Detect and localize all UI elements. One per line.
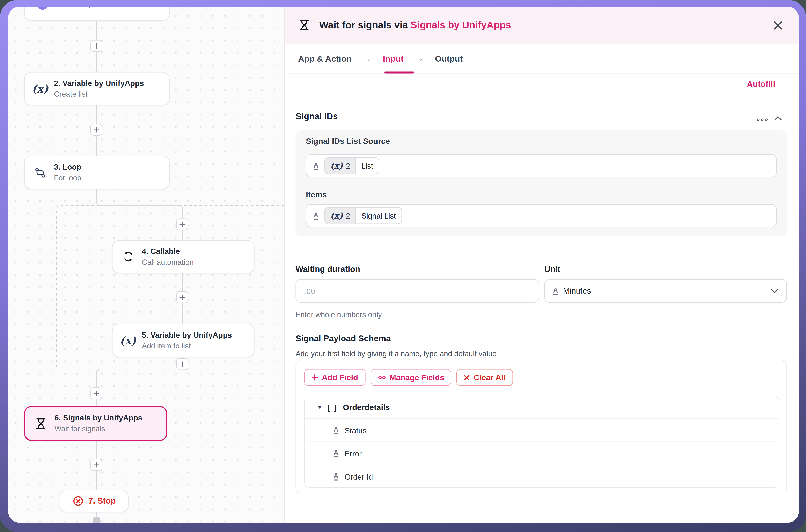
unit-value: Minutes bbox=[563, 286, 591, 296]
tree-row[interactable]: A Error bbox=[305, 441, 779, 465]
workflow-builder-screen: New or updated record (x) 2. Variable by… bbox=[0, 0, 806, 532]
node-title: 7. Stop bbox=[89, 496, 116, 506]
tab-input[interactable]: Input bbox=[383, 54, 404, 63]
add-step-button[interactable] bbox=[91, 459, 102, 471]
array-type-icon: [ ] bbox=[327, 403, 338, 412]
plus-icon bbox=[180, 361, 185, 367]
node-trigger-new-or-updated-record[interactable]: New or updated record bbox=[24, 7, 170, 21]
variable-icon: (x) bbox=[330, 162, 343, 170]
tree-row-root[interactable]: ▼ [ ] Orderdetails bbox=[305, 396, 779, 419]
clear-all-button[interactable]: Clear All bbox=[457, 369, 513, 386]
chip-label: List bbox=[356, 158, 378, 174]
add-step-button[interactable] bbox=[91, 40, 102, 52]
loop-icon bbox=[33, 166, 47, 179]
tab-app-action[interactable]: App & Action bbox=[298, 54, 352, 63]
text-type-icon: A bbox=[314, 162, 318, 170]
chip-step-ref: (x)2 bbox=[325, 208, 356, 224]
plus-icon bbox=[94, 462, 99, 468]
variable-chip-signal-list[interactable]: (x)2 Signal List bbox=[324, 207, 402, 224]
chip-label: Signal List bbox=[356, 208, 401, 224]
panel-title: Wait for signals via Signals by UnifyApp… bbox=[319, 20, 511, 31]
tree-leaf-label: Order Id bbox=[344, 472, 373, 481]
tab-output[interactable]: Output bbox=[435, 54, 463, 63]
node-title: 4. Callable bbox=[142, 247, 194, 256]
plus-icon bbox=[94, 43, 99, 49]
plus-icon bbox=[180, 294, 185, 300]
add-field-button[interactable]: Add Field bbox=[304, 369, 365, 386]
divider bbox=[285, 100, 799, 100]
variable-chip-list[interactable]: (x)2 List bbox=[324, 157, 379, 174]
panel-header: Wait for signals via Signals by UnifyApp… bbox=[285, 7, 799, 44]
chip-step-ref: (x)2 bbox=[325, 158, 356, 174]
window-content: New or updated record (x) 2. Variable by… bbox=[8, 7, 799, 523]
autofill-link[interactable]: Autofill bbox=[747, 80, 775, 89]
active-tab-underline bbox=[385, 72, 414, 74]
text-type-icon: A bbox=[334, 426, 338, 434]
hourglass-icon bbox=[34, 417, 48, 430]
waiting-duration-input[interactable] bbox=[296, 279, 539, 303]
signal-ids-group: Signal IDs List Source A (x)2 List Items… bbox=[296, 130, 787, 236]
signal-ids-heading: Signal IDs bbox=[296, 112, 338, 122]
unit-select[interactable]: A Minutes bbox=[544, 279, 787, 303]
hourglass-icon bbox=[298, 19, 311, 32]
more-options-icon[interactable] bbox=[757, 115, 768, 124]
variable-icon: (x) bbox=[33, 83, 47, 94]
close-icon bbox=[773, 21, 782, 30]
close-button[interactable] bbox=[770, 17, 785, 33]
node-stop[interactable]: 7. Stop bbox=[60, 490, 129, 512]
schema-subtext: Add your first field by giving it a name… bbox=[296, 349, 496, 358]
stop-icon bbox=[72, 495, 84, 507]
eye-icon bbox=[378, 374, 386, 381]
tab-arrow-icon: → bbox=[415, 54, 424, 64]
x-icon bbox=[464, 374, 470, 380]
node-variable-add-item[interactable]: (x) 5. Variable by UnifyApps Add item to… bbox=[112, 324, 255, 357]
list-source-label: Signal IDs List Source bbox=[306, 137, 390, 146]
callable-icon bbox=[121, 251, 135, 263]
node-subtitle: Call automation bbox=[142, 258, 194, 267]
add-step-button[interactable] bbox=[176, 291, 188, 303]
tab-arrow-icon: → bbox=[363, 54, 372, 64]
text-type-icon: A bbox=[553, 287, 558, 295]
variable-icon: (x) bbox=[330, 211, 343, 220]
window-frame: New or updated record (x) 2. Variable by… bbox=[0, 0, 806, 532]
list-source-field[interactable]: A (x)2 List bbox=[306, 154, 777, 177]
unit-label: Unit bbox=[544, 265, 561, 274]
tree-row[interactable]: A Status bbox=[305, 418, 779, 441]
add-step-button[interactable] bbox=[176, 358, 188, 370]
caret-down-icon[interactable]: ▼ bbox=[317, 404, 322, 410]
add-step-button[interactable] bbox=[91, 124, 102, 136]
manage-fields-button[interactable]: Manage Fields bbox=[371, 369, 452, 386]
panel-body: Autofill Signal IDs Signal IDs List Sour… bbox=[285, 74, 799, 523]
chip-step-number: 2 bbox=[346, 211, 350, 220]
add-step-button[interactable] bbox=[91, 387, 102, 399]
node-subtitle: Wait for signals bbox=[55, 424, 142, 433]
items-field[interactable]: A (x)2 Signal List bbox=[306, 204, 777, 227]
schema-heading: Signal Payload Schema bbox=[296, 334, 391, 343]
schema-container: Add Field Manage Fields Clear All bbox=[296, 360, 787, 494]
node-signals-wait[interactable]: 6. Signals by UnifyApps Wait for signals bbox=[24, 406, 167, 441]
plus-icon bbox=[180, 222, 185, 227]
node-variable-create-list[interactable]: (x) 2. Variable by UnifyApps Create list bbox=[24, 72, 170, 106]
text-type-icon: A bbox=[314, 211, 318, 220]
panel-tabs: App & Action → Input → Output bbox=[285, 44, 799, 74]
node-title: New or updated record bbox=[58, 7, 136, 9]
chip-step-number: 2 bbox=[346, 162, 350, 170]
plus-icon bbox=[312, 374, 318, 381]
node-callable[interactable]: 4. Callable Call automation bbox=[112, 240, 255, 273]
config-panel: Wait for signals via Signals by UnifyApp… bbox=[284, 7, 799, 523]
node-loop[interactable]: 3. Loop For loop bbox=[24, 156, 170, 189]
node-title: 3. Loop bbox=[54, 163, 81, 172]
flow-end-dot bbox=[93, 517, 100, 523]
chevron-up-icon[interactable] bbox=[774, 114, 782, 123]
node-subtitle: Add item to list bbox=[142, 342, 232, 350]
add-step-button[interactable] bbox=[176, 218, 188, 230]
duration-helper-text: Enter whole numbers only bbox=[296, 310, 382, 319]
tree-root-label: Orderdetails bbox=[343, 403, 390, 412]
node-title: 5. Variable by UnifyApps bbox=[142, 330, 232, 340]
schema-toolbar: Add Field Manage Fields Clear All bbox=[304, 369, 513, 386]
node-subtitle: Create list bbox=[54, 90, 144, 99]
items-label: Items bbox=[306, 190, 327, 200]
tree-row[interactable]: A Order Id bbox=[305, 464, 779, 488]
text-type-icon: A bbox=[334, 449, 338, 457]
workflow-canvas[interactable]: New or updated record (x) 2. Variable by… bbox=[8, 7, 284, 523]
